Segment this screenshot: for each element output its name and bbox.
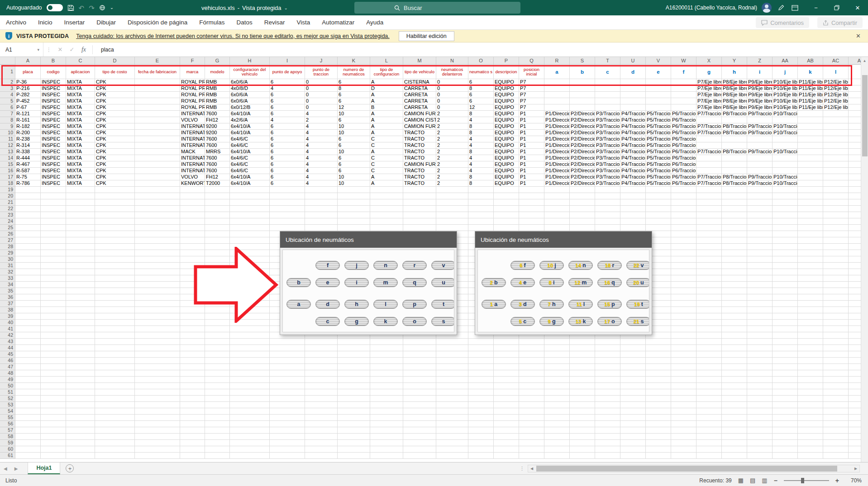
cell-V50[interactable] (646, 383, 671, 389)
ribbon-tab-datos[interactable]: Datos (230, 15, 258, 29)
cell-S52[interactable] (570, 396, 595, 402)
cell-C46[interactable] (66, 358, 95, 364)
cell-P56[interactable] (494, 421, 519, 427)
cell-F54[interactable] (180, 408, 205, 415)
cell-Q48[interactable] (519, 370, 544, 377)
cell-P46[interactable] (494, 358, 519, 364)
cell-N48[interactable] (436, 370, 468, 377)
cell-K1[interactable]: numero de neumaticos (338, 65, 370, 79)
cell-Z59[interactable] (747, 440, 773, 446)
cell-M52[interactable] (403, 396, 436, 402)
cell-G42[interactable] (205, 332, 230, 339)
cell-AB46[interactable] (798, 358, 823, 364)
cell-G50[interactable] (205, 383, 230, 389)
cell-F43[interactable] (180, 339, 205, 345)
cell-F51[interactable] (180, 389, 205, 396)
cell-E8[interactable] (135, 117, 180, 123)
cell-D58[interactable] (95, 434, 135, 440)
cell-Y51[interactable] (722, 389, 747, 396)
cell-H50[interactable] (230, 383, 270, 389)
cell-C25[interactable] (66, 225, 95, 231)
cell-R14[interactable]: P1/Direccion (544, 155, 570, 161)
cell-I8[interactable]: 4 (270, 117, 305, 123)
cell-AA33[interactable] (773, 275, 798, 282)
cell-U12[interactable]: P4/Traccion (620, 142, 646, 149)
cell-W42[interactable] (671, 332, 696, 339)
cell-H23[interactable] (230, 212, 270, 218)
cell-C61[interactable] (66, 453, 95, 459)
cell-Z26[interactable] (747, 231, 773, 237)
cell-AB60[interactable] (798, 446, 823, 453)
tire-button-v[interactable]: v (431, 261, 454, 270)
cell-O54[interactable] (468, 408, 494, 415)
cell-I1[interactable]: punto de apoyo (270, 65, 305, 79)
cell-P18[interactable]: EQUIPO (494, 180, 519, 187)
cell-F11[interactable]: INTERNATIONAL (180, 136, 205, 142)
cell-I19[interactable] (270, 187, 305, 193)
cell-A16[interactable]: R-587 (15, 168, 41, 174)
cell-U51[interactable] (620, 389, 646, 396)
cell-R4[interactable] (544, 92, 570, 98)
cell-AB2[interactable]: P11/Eje libre (798, 79, 823, 85)
cell-D29[interactable] (95, 250, 135, 256)
cell-D45[interactable] (95, 351, 135, 358)
cell-F23[interactable] (180, 212, 205, 218)
cell-C43[interactable] (66, 339, 95, 345)
cell-L51[interactable] (370, 389, 403, 396)
cell-C16[interactable]: MIXTA (66, 168, 95, 174)
cell-X21[interactable] (696, 199, 722, 206)
cell-M14[interactable]: TRACTO (403, 155, 436, 161)
cell-R44[interactable] (544, 345, 570, 351)
cell-AC30[interactable] (823, 256, 849, 263)
cell-M4[interactable]: CARRETA (403, 92, 436, 98)
cell-N19[interactable] (436, 187, 468, 193)
cell-I17[interactable]: 6 (270, 174, 305, 180)
cell-T59[interactable] (595, 440, 620, 446)
cell-F5[interactable]: ROYAL PRI (180, 98, 205, 104)
cell-A35[interactable] (15, 288, 41, 294)
cell-H56[interactable] (230, 421, 270, 427)
cell-K47[interactable] (338, 364, 370, 370)
cell-B26[interactable] (41, 231, 66, 237)
cell-B60[interactable] (41, 446, 66, 453)
cell-Y41[interactable] (722, 326, 747, 332)
cell-I49[interactable] (270, 377, 305, 383)
row-header-12[interactable]: 12 (0, 142, 15, 149)
cell-J57[interactable] (305, 427, 338, 434)
cell-F17[interactable]: VOLVO (180, 174, 205, 180)
cell-C53[interactable] (66, 402, 95, 408)
cell-D55[interactable] (95, 415, 135, 421)
cell-F47[interactable] (180, 364, 205, 370)
cell-J2[interactable]: 0 (305, 79, 338, 85)
cell-Y28[interactable] (722, 244, 747, 250)
cell-Y34[interactable] (722, 282, 747, 288)
cell-G24[interactable] (205, 218, 230, 225)
user-name[interactable]: A16200011 (Cabello Yacolca, Rodnal) (666, 5, 757, 11)
sheet-tab-hoja1[interactable]: Hoja1 (28, 462, 60, 474)
cell-V24[interactable] (646, 218, 671, 225)
cell-H6[interactable]: 6x0/12/B (230, 104, 270, 111)
cell-T48[interactable] (595, 370, 620, 377)
cell-M22[interactable] (403, 206, 436, 212)
cell-X52[interactable] (696, 396, 722, 402)
cell-A53[interactable] (15, 402, 41, 408)
cell-Z32[interactable] (747, 269, 773, 275)
cell-G25[interactable] (205, 225, 230, 231)
cell-W21[interactable] (671, 199, 696, 206)
cell-J59[interactable] (305, 440, 338, 446)
cell-U21[interactable] (620, 199, 646, 206)
cell-L17[interactable]: A (370, 174, 403, 180)
cell-B50[interactable] (41, 383, 66, 389)
cell-I51[interactable] (270, 389, 305, 396)
cell-O47[interactable] (468, 364, 494, 370)
cell-A37[interactable] (15, 301, 41, 307)
cell-R17[interactable]: P1/Direccion (544, 174, 570, 180)
cell-X2[interactable]: P7/Eje libre (696, 79, 722, 85)
cell-Z46[interactable] (747, 358, 773, 364)
cell-N18[interactable]: 2 (436, 180, 468, 187)
cell-N2[interactable]: 0 (436, 79, 468, 85)
cell-I22[interactable] (270, 206, 305, 212)
cell-C50[interactable] (66, 383, 95, 389)
row-header-53[interactable]: 53 (0, 402, 15, 408)
cell-V16[interactable]: P5/Traccion (646, 168, 671, 174)
